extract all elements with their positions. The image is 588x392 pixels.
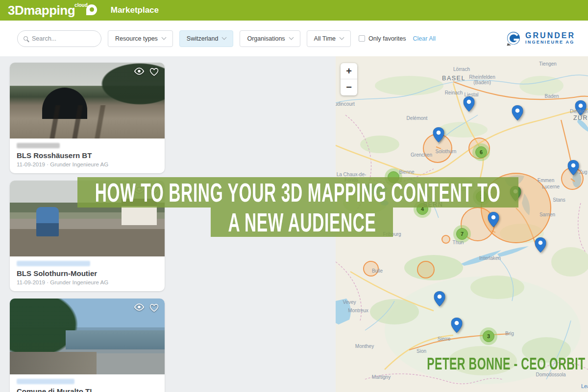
map-place-label: Reinach — [445, 90, 463, 95]
search-input[interactable] — [32, 35, 95, 42]
map-place-label: Lucerne — [542, 184, 560, 189]
map-place-label: Thun — [453, 240, 464, 245]
banner-line-1: HOW TO BRING YOUR 3D MAPPING CONTENT TO — [77, 177, 518, 208]
app-header: 3Dmapping cloud Marketplace — [0, 0, 588, 21]
dropdown-label: All Time — [314, 35, 336, 42]
map-pin-blue[interactable] — [451, 318, 463, 335]
chevron-down-icon — [289, 35, 294, 40]
map-place-label: Bienne — [399, 169, 414, 175]
grunder-brand: GRUNDER INGENIEURE AG — [506, 31, 575, 46]
map-place-label: Solothurn — [436, 149, 457, 154]
zoom-in-button[interactable]: + — [341, 63, 357, 79]
map-place-label: Tiengen — [539, 61, 557, 67]
app-logo[interactable]: 3Dmapping cloud — [8, 4, 97, 17]
map-place-label: Baden — [545, 93, 559, 99]
map-pin-blue[interactable] — [535, 237, 546, 254]
country-dropdown[interactable]: Switzerland — [179, 30, 234, 47]
chevron-down-icon — [340, 35, 344, 40]
dropdown-label: Resource types — [115, 35, 158, 42]
map-place-label: Monthey — [355, 344, 374, 349]
map-place-label: Montreux — [348, 308, 368, 313]
map-place-label: (Baden) — [473, 80, 491, 85]
map-place-label: Liestal — [465, 92, 479, 97]
card-title: BLS Solothurn-Moutier — [17, 269, 158, 277]
banner-text-2: A NEW AUDIENCE — [228, 209, 376, 235]
map-place-label: Sarnen — [539, 212, 555, 217]
card-title: BLS Rosshäusern BT — [17, 151, 158, 160]
time-dropdown[interactable]: All Time — [307, 30, 351, 47]
coverage-circle — [417, 261, 435, 278]
map-place-label: Sion — [416, 348, 426, 354]
dropdown-label: Switzerland — [187, 35, 219, 42]
chevron-down-icon — [161, 35, 166, 40]
resource-card[interactable]: BLS Rosshäusern BT 11-09-2019 · Grunder … — [10, 63, 165, 173]
card-meta: 11-09-2019 · Grunder Ingenieure AG — [17, 161, 158, 167]
page-title: Marketplace — [111, 5, 159, 15]
search-box[interactable] — [17, 30, 101, 47]
search-icon — [24, 36, 28, 41]
map-place-label: Bulle — [372, 268, 383, 274]
zoom-out-button[interactable]: − — [341, 79, 357, 95]
grunder-logo-icon — [506, 31, 521, 46]
map-place-label: BASEL — [442, 75, 466, 82]
card-thumbnail — [10, 299, 165, 374]
dropdown-label: Organisations — [247, 35, 285, 42]
chevron-down-icon — [222, 35, 227, 40]
cluster-marker[interactable]: 3 — [480, 327, 497, 345]
map-place-label: Lörrach — [453, 67, 470, 72]
resource-types-dropdown[interactable]: Resource types — [108, 30, 173, 47]
resource-card[interactable]: Comune di Muralto TI 11-09-2019 · Grunde… — [10, 299, 165, 392]
map-place-label: La Chaux-de- — [337, 172, 367, 177]
map-place-label: Stans — [553, 197, 565, 203]
coverage-circle — [441, 235, 450, 244]
organisations-dropdown[interactable]: Organisations — [240, 30, 300, 47]
cluster-marker[interactable]: 6 — [472, 143, 490, 161]
redacted-tag — [17, 143, 60, 148]
map-place-label: Rheinfelden — [469, 74, 495, 80]
map-place-label: Dietikon — [570, 109, 588, 114]
map-place-label: Delémont — [407, 115, 428, 121]
clear-all-link[interactable]: Clear All — [413, 35, 436, 42]
map-pin-blue[interactable] — [512, 105, 523, 122]
redacted-tag — [17, 261, 90, 266]
redacted-tag — [17, 379, 74, 384]
map-pin-blue[interactable] — [488, 212, 499, 229]
only-favorites-label: Only favorites — [368, 35, 406, 42]
favorite-heart-icon[interactable] — [149, 68, 159, 76]
map-place-label: Audincourt — [336, 101, 355, 107]
quote-text: PETER BONNE - CEO ORBIT GT — [427, 354, 543, 373]
only-favorites-control: Only favorites — [359, 35, 406, 42]
map-place-label: Vevey — [343, 300, 356, 305]
map-place-label: Sierre — [438, 336, 451, 342]
view-icon[interactable] — [134, 68, 145, 76]
map-place-label: Interlaken — [479, 255, 501, 261]
brand-name: GRUNDER — [525, 32, 575, 40]
filter-bar: Resource types Switzerland Organisations… — [0, 21, 588, 56]
favorite-heart-icon[interactable] — [149, 303, 159, 312]
map-pin-blue[interactable] — [433, 127, 444, 144]
card-title: Comune di Muralto TI — [17, 387, 158, 392]
banner-line-2: A NEW AUDIENCE — [211, 208, 393, 237]
map-place-label: ZÜRICH — [573, 115, 588, 121]
card-thumbnail — [10, 63, 165, 138]
map-place-label: Emmen — [538, 178, 554, 183]
map-pin-blue[interactable] — [464, 96, 475, 114]
map-place-label: Brig — [505, 331, 514, 336]
card-meta: 11-09-2019 · Grunder Ingenieure AG — [17, 279, 158, 285]
brand-subtitle: INGENIEURE AG — [525, 40, 575, 45]
logo-cloud-label: cloud — [74, 2, 88, 8]
map-pin-icon — [86, 4, 97, 15]
map-pin-blue[interactable] — [434, 291, 445, 308]
map-place-label: Zug — [579, 169, 587, 175]
view-icon[interactable] — [134, 303, 145, 312]
map-pin-blue[interactable] — [568, 160, 579, 177]
map-place-label: Grenchen — [411, 152, 432, 158]
only-favorites-checkbox[interactable] — [359, 35, 365, 42]
logo-text: 3Dmapping — [8, 4, 75, 17]
map-place-label: Martigny — [372, 374, 391, 380]
banner-text-1: HOW TO BRING YOUR 3D MAPPING CONTENT TO — [95, 179, 501, 206]
map-zoom-control: + − — [341, 63, 357, 95]
